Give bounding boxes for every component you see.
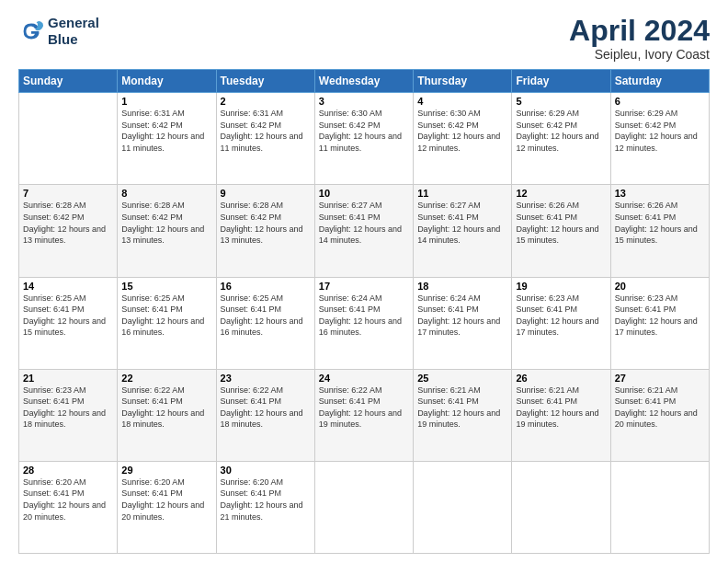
day-cell: 10Sunrise: 6:27 AMSunset: 6:41 PMDayligh… <box>314 185 413 277</box>
week-row-5: 28Sunrise: 6:20 AMSunset: 6:41 PMDayligh… <box>19 461 710 553</box>
header: General Blue April 2024 Seipleu, Ivory C… <box>18 15 710 62</box>
day-info: Sunrise: 6:31 AMSunset: 6:42 PMDaylight:… <box>121 108 211 154</box>
day-info: Sunrise: 6:22 AMSunset: 6:41 PMDaylight:… <box>319 385 409 431</box>
day-number: 21 <box>23 373 113 384</box>
day-cell: 15Sunrise: 6:25 AMSunset: 6:41 PMDayligh… <box>118 277 216 369</box>
page: General Blue April 2024 Seipleu, Ivory C… <box>0 0 728 563</box>
day-info: Sunrise: 6:26 AMSunset: 6:41 PMDaylight:… <box>516 200 606 246</box>
week-row-2: 7Sunrise: 6:28 AMSunset: 6:42 PMDaylight… <box>19 185 710 277</box>
header-cell-monday: Monday <box>118 70 216 93</box>
calendar-header: SundayMondayTuesdayWednesdayThursdayFrid… <box>19 70 710 93</box>
header-row: SundayMondayTuesdayWednesdayThursdayFrid… <box>19 70 710 93</box>
week-row-4: 21Sunrise: 6:23 AMSunset: 6:41 PMDayligh… <box>19 369 710 461</box>
logo-line1: General <box>48 15 99 31</box>
title-block: April 2024 Seipleu, Ivory Coast <box>569 15 710 62</box>
day-info: Sunrise: 6:23 AMSunset: 6:41 PMDaylight:… <box>615 293 705 339</box>
day-info: Sunrise: 6:28 AMSunset: 6:42 PMDaylight:… <box>121 200 211 246</box>
day-number: 7 <box>23 188 113 199</box>
day-number: 9 <box>221 188 311 199</box>
day-number: 11 <box>417 188 507 199</box>
header-cell-wednesday: Wednesday <box>314 70 413 93</box>
day-number: 14 <box>23 281 113 292</box>
day-info: Sunrise: 6:27 AMSunset: 6:41 PMDaylight:… <box>319 200 409 246</box>
day-number: 17 <box>319 281 409 292</box>
day-number: 13 <box>615 188 705 199</box>
location: Seipleu, Ivory Coast <box>569 47 710 62</box>
day-info: Sunrise: 6:27 AMSunset: 6:41 PMDaylight:… <box>417 200 507 246</box>
day-number: 25 <box>417 373 507 384</box>
day-number: 24 <box>319 373 409 384</box>
day-cell: 9Sunrise: 6:28 AMSunset: 6:42 PMDaylight… <box>216 185 314 277</box>
day-info: Sunrise: 6:20 AMSunset: 6:41 PMDaylight:… <box>23 477 113 523</box>
day-number: 29 <box>121 465 211 476</box>
month-title: April 2024 <box>569 15 710 47</box>
day-number: 26 <box>516 373 606 384</box>
logo-icon <box>18 18 44 44</box>
day-number: 2 <box>221 96 311 107</box>
day-info: Sunrise: 6:28 AMSunset: 6:42 PMDaylight:… <box>23 200 113 246</box>
day-number: 10 <box>319 188 409 199</box>
day-info: Sunrise: 6:25 AMSunset: 6:41 PMDaylight:… <box>121 293 211 339</box>
day-cell: 22Sunrise: 6:22 AMSunset: 6:41 PMDayligh… <box>118 369 216 461</box>
day-number: 23 <box>221 373 311 384</box>
day-cell: 19Sunrise: 6:23 AMSunset: 6:41 PMDayligh… <box>512 277 610 369</box>
day-cell: 13Sunrise: 6:26 AMSunset: 6:41 PMDayligh… <box>610 185 709 277</box>
day-cell: 4Sunrise: 6:30 AMSunset: 6:42 PMDaylight… <box>414 93 512 185</box>
calendar-body: 1Sunrise: 6:31 AMSunset: 6:42 PMDaylight… <box>19 93 710 554</box>
week-row-3: 14Sunrise: 6:25 AMSunset: 6:41 PMDayligh… <box>19 277 710 369</box>
day-info: Sunrise: 6:26 AMSunset: 6:41 PMDaylight:… <box>615 200 705 246</box>
header-cell-friday: Friday <box>512 70 610 93</box>
day-cell: 25Sunrise: 6:21 AMSunset: 6:41 PMDayligh… <box>414 369 512 461</box>
day-cell <box>512 461 610 553</box>
header-cell-thursday: Thursday <box>414 70 512 93</box>
day-cell: 21Sunrise: 6:23 AMSunset: 6:41 PMDayligh… <box>19 369 118 461</box>
day-number: 27 <box>615 373 705 384</box>
calendar-table: SundayMondayTuesdayWednesdayThursdayFrid… <box>18 69 710 554</box>
week-row-1: 1Sunrise: 6:31 AMSunset: 6:42 PMDaylight… <box>19 93 710 185</box>
day-number: 6 <box>615 96 705 107</box>
day-cell: 18Sunrise: 6:24 AMSunset: 6:41 PMDayligh… <box>414 277 512 369</box>
day-cell: 1Sunrise: 6:31 AMSunset: 6:42 PMDaylight… <box>118 93 216 185</box>
day-number: 15 <box>121 281 211 292</box>
day-number: 16 <box>221 281 311 292</box>
day-info: Sunrise: 6:31 AMSunset: 6:42 PMDaylight:… <box>221 108 311 154</box>
day-info: Sunrise: 6:23 AMSunset: 6:41 PMDaylight:… <box>516 293 606 339</box>
day-cell: 17Sunrise: 6:24 AMSunset: 6:41 PMDayligh… <box>314 277 413 369</box>
day-cell: 2Sunrise: 6:31 AMSunset: 6:42 PMDaylight… <box>216 93 314 185</box>
day-info: Sunrise: 6:25 AMSunset: 6:41 PMDaylight:… <box>221 293 311 339</box>
day-number: 18 <box>417 281 507 292</box>
day-info: Sunrise: 6:24 AMSunset: 6:41 PMDaylight:… <box>319 293 409 339</box>
day-number: 28 <box>23 465 113 476</box>
logo: General Blue <box>18 15 99 48</box>
header-cell-sunday: Sunday <box>19 70 118 93</box>
day-cell: 20Sunrise: 6:23 AMSunset: 6:41 PMDayligh… <box>610 277 709 369</box>
day-number: 5 <box>516 96 606 107</box>
day-info: Sunrise: 6:20 AMSunset: 6:41 PMDaylight:… <box>121 477 211 523</box>
day-cell: 12Sunrise: 6:26 AMSunset: 6:41 PMDayligh… <box>512 185 610 277</box>
day-cell: 6Sunrise: 6:29 AMSunset: 6:42 PMDaylight… <box>610 93 709 185</box>
day-cell <box>314 461 413 553</box>
day-info: Sunrise: 6:30 AMSunset: 6:42 PMDaylight:… <box>319 108 409 154</box>
day-cell <box>19 93 118 185</box>
day-cell: 11Sunrise: 6:27 AMSunset: 6:41 PMDayligh… <box>414 185 512 277</box>
logo-text: General Blue <box>48 15 99 48</box>
day-number: 19 <box>516 281 606 292</box>
day-cell: 27Sunrise: 6:21 AMSunset: 6:41 PMDayligh… <box>610 369 709 461</box>
day-info: Sunrise: 6:21 AMSunset: 6:41 PMDaylight:… <box>516 385 606 431</box>
day-number: 20 <box>615 281 705 292</box>
day-info: Sunrise: 6:22 AMSunset: 6:41 PMDaylight:… <box>221 385 311 431</box>
day-cell: 5Sunrise: 6:29 AMSunset: 6:42 PMDaylight… <box>512 93 610 185</box>
day-number: 12 <box>516 188 606 199</box>
header-cell-tuesday: Tuesday <box>216 70 314 93</box>
day-info: Sunrise: 6:29 AMSunset: 6:42 PMDaylight:… <box>516 108 606 154</box>
day-info: Sunrise: 6:21 AMSunset: 6:41 PMDaylight:… <box>615 385 705 431</box>
day-info: Sunrise: 6:29 AMSunset: 6:42 PMDaylight:… <box>615 108 705 154</box>
day-info: Sunrise: 6:28 AMSunset: 6:42 PMDaylight:… <box>221 200 311 246</box>
day-cell: 14Sunrise: 6:25 AMSunset: 6:41 PMDayligh… <box>19 277 118 369</box>
day-info: Sunrise: 6:23 AMSunset: 6:41 PMDaylight:… <box>23 385 113 431</box>
day-info: Sunrise: 6:20 AMSunset: 6:41 PMDaylight:… <box>221 477 311 523</box>
day-info: Sunrise: 6:21 AMSunset: 6:41 PMDaylight:… <box>417 385 507 431</box>
day-cell: 30Sunrise: 6:20 AMSunset: 6:41 PMDayligh… <box>216 461 314 553</box>
day-number: 8 <box>121 188 211 199</box>
day-number: 4 <box>417 96 507 107</box>
